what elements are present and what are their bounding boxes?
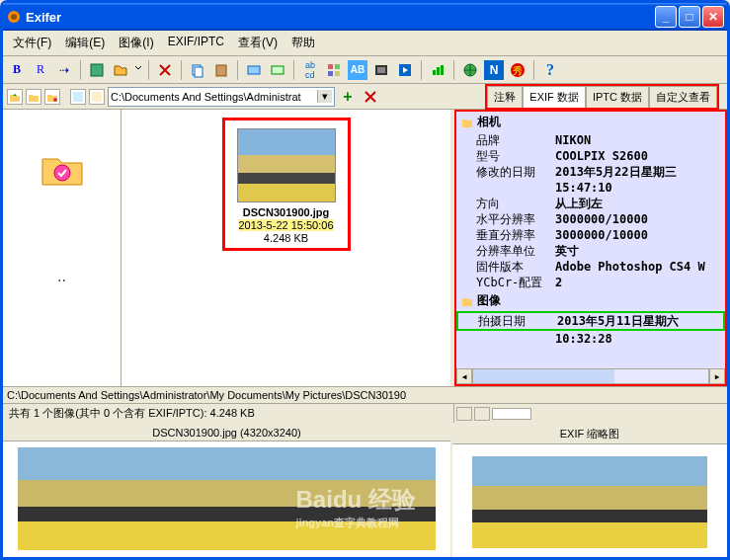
svg-rect-11 — [335, 71, 340, 76]
svg-rect-6 — [248, 66, 260, 74]
add-path-button[interactable]: + — [338, 87, 358, 107]
grid-icon[interactable] — [324, 60, 344, 80]
path-combo[interactable]: C:\Documents And Settings\Administrat ▾ — [108, 87, 335, 107]
ab-icon[interactable]: AB — [348, 60, 367, 80]
status-count: 共有 1 个图像(其中 0 个含有 EXIF/IPTC): 4.248 KB — [3, 404, 454, 423]
watermark: Baidu 经验 jingyan查字典教程网 — [296, 484, 416, 530]
svg-rect-23 — [92, 92, 102, 102]
menu-help[interactable]: 帮助 — [285, 33, 321, 53]
main-toolbar: B R ⇢ abcd AB N 秀 ? — [3, 56, 727, 84]
path-text: C:\Documents And Settings\Administrat — [111, 91, 301, 103]
maximize-button[interactable]: □ — [679, 6, 700, 28]
tab-comment[interactable]: 注释 — [487, 86, 523, 108]
full-path-bar: C:\Documents And Settings\Administrator\… — [3, 386, 727, 403]
svg-rect-16 — [437, 67, 440, 75]
mini-slider[interactable] — [492, 408, 531, 420]
metadata-tabs: 注释 EXIF 数据 IPTC 数据 自定义查看 — [485, 84, 719, 110]
help-icon[interactable]: ? — [540, 60, 560, 80]
tool-a-icon[interactable] — [244, 60, 264, 80]
exif-thumb-image — [452, 444, 727, 557]
nav-b-icon[interactable] — [89, 89, 105, 105]
section-camera[interactable]: 相机 — [456, 112, 725, 132]
menubar: 文件(F) 编辑(E) 图像(I) EXIF/IPTC 查看(V) 帮助 — [3, 31, 727, 56]
preview-title: DSCN301900.jpg (4320x3240) — [3, 425, 450, 441]
shot-date-row: 拍摄日期2013年5月11日星期六 — [456, 311, 725, 331]
path-dropdown-icon[interactable]: ▾ — [317, 90, 332, 103]
n-icon[interactable]: N — [484, 60, 504, 80]
titlebar: Exifer _ □ ✕ — [3, 3, 727, 31]
thumbnail-filename: DSCN301900.jpg — [229, 206, 344, 218]
view-mode-a-icon[interactable] — [456, 407, 472, 421]
nav-a-icon[interactable] — [70, 89, 86, 105]
tab-iptc[interactable]: IPTC 数据 — [586, 86, 649, 108]
svg-rect-22 — [73, 92, 83, 102]
fav-folder-icon[interactable] — [44, 89, 60, 105]
tool-b-icon[interactable] — [268, 60, 287, 80]
globe-icon[interactable] — [460, 60, 480, 80]
refresh-button[interactable]: R — [31, 60, 50, 80]
save-icon[interactable] — [87, 60, 107, 80]
minimize-button[interactable]: _ — [655, 6, 677, 28]
h-scrollbar[interactable]: ◂ ▸ — [456, 368, 725, 384]
red-circle-icon[interactable]: 秀 — [508, 60, 527, 80]
tab-custom[interactable]: 自定义查看 — [649, 86, 717, 108]
menu-edit[interactable]: 编辑(E) — [59, 33, 111, 53]
copy-icon[interactable] — [188, 60, 207, 80]
address-toolbar: C:\Documents And Settings\Administrat ▾ … — [3, 84, 727, 110]
svg-rect-10 — [328, 71, 333, 76]
svg-text:秀: 秀 — [513, 65, 523, 76]
menu-file[interactable]: 文件(F) — [7, 33, 57, 53]
svg-rect-5 — [216, 65, 226, 76]
svg-point-1 — [11, 14, 17, 20]
svg-rect-9 — [335, 64, 340, 69]
app-title: Exifer — [26, 10, 655, 25]
svg-rect-7 — [272, 66, 284, 74]
tab-exif[interactable]: EXIF 数据 — [523, 86, 586, 108]
close-button[interactable]: ✕ — [702, 6, 724, 28]
menu-view[interactable]: 查看(V) — [232, 33, 284, 53]
open-icon[interactable] — [111, 60, 130, 80]
delete-icon[interactable] — [155, 60, 175, 80]
up-folder-icon[interactable] — [7, 89, 23, 105]
thumbnail-item[interactable]: DSCN301900.jpg 2013-5-22 15:50:06 4.248 … — [222, 118, 351, 251]
svg-point-21 — [53, 98, 57, 102]
svg-rect-2 — [91, 64, 103, 76]
folder-icon[interactable] — [39, 149, 86, 189]
section-image[interactable]: 图像 — [456, 290, 725, 311]
arrow-button[interactable]: ⇢ — [54, 60, 74, 80]
new-folder-icon[interactable] — [26, 89, 41, 105]
folder-tree[interactable]: .. — [3, 110, 122, 386]
menu-image[interactable]: 图像(I) — [113, 33, 159, 53]
thumbnail-image — [237, 128, 336, 202]
preview-image: Baidu 经验 jingyan查字典教程网 — [3, 441, 450, 557]
view-mode-b-icon[interactable] — [474, 407, 490, 421]
app-icon — [6, 9, 22, 25]
remove-path-icon[interactable] — [361, 87, 380, 107]
stats-icon[interactable] — [428, 60, 447, 80]
menu-exif[interactable]: EXIF/IPTC — [162, 33, 230, 53]
svg-rect-8 — [328, 64, 333, 69]
svg-rect-13 — [377, 67, 385, 73]
paste-icon[interactable] — [211, 60, 231, 80]
exif-thumb-title: EXIF 缩略图 — [452, 425, 727, 444]
thumbnail-size: 4.248 KB — [229, 232, 344, 244]
bold-button[interactable]: B — [7, 60, 27, 80]
svg-rect-4 — [195, 67, 203, 77]
thumbnail-pane: DSCN301900.jpg 2013-5-22 15:50:06 4.248 … — [122, 110, 450, 386]
svg-point-24 — [54, 165, 70, 181]
text-ab-icon[interactable]: abcd — [300, 60, 320, 80]
svg-rect-17 — [441, 65, 444, 75]
film-icon[interactable] — [371, 60, 391, 80]
play-icon[interactable] — [395, 60, 415, 80]
exif-panel: 相机 品牌NIKON 型号COOLPIX S2600 修改的日期2013年5月2… — [454, 110, 727, 386]
svg-rect-15 — [433, 70, 436, 75]
thumbnail-datetime: 2013-5-22 15:50:06 — [238, 219, 333, 231]
